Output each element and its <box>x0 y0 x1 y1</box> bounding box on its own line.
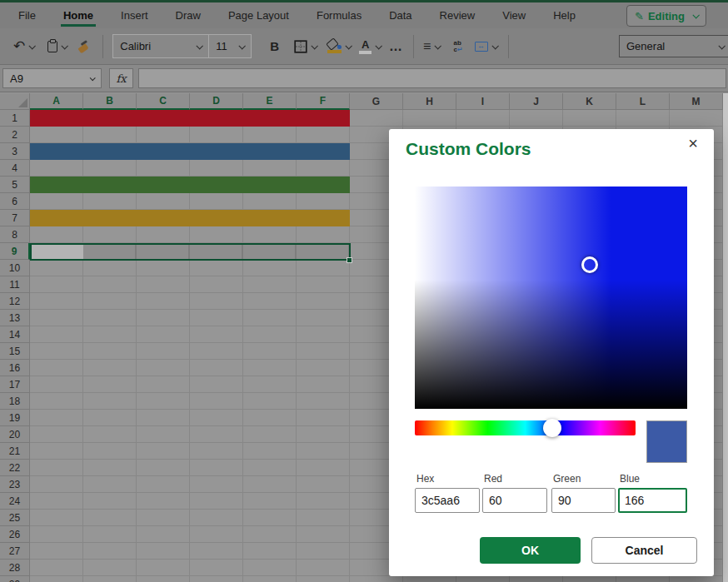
row-header-25[interactable]: 25 <box>0 510 30 526</box>
row-header-27[interactable]: 27 <box>0 543 30 560</box>
chevron-down-icon <box>62 42 68 49</box>
active-cell-a9[interactable] <box>30 243 83 260</box>
tab-draw[interactable]: Draw <box>176 2 201 28</box>
column-header-j[interactable]: J <box>510 93 563 110</box>
bold-button[interactable]: B <box>270 39 279 53</box>
more-options-button[interactable]: … <box>389 39 402 54</box>
column-header-a[interactable]: A <box>30 93 83 110</box>
row-header-13[interactable]: 13 <box>0 310 30 326</box>
column-header-i[interactable]: I <box>456 93 510 110</box>
row-header-9[interactable]: 9 <box>0 243 30 260</box>
row-header-3[interactable]: 3 <box>0 143 30 160</box>
name-box[interactable]: A9 <box>2 68 102 88</box>
row-header-15[interactable]: 15 <box>0 343 30 360</box>
row-header-7[interactable]: 7 <box>0 210 30 226</box>
red-input[interactable] <box>482 488 547 513</box>
chevron-down-icon <box>239 42 246 49</box>
editing-mode-button[interactable]: ✎ Editing <box>626 5 706 27</box>
column-header-m[interactable]: M <box>670 93 723 110</box>
saturation-value-gradient[interactable] <box>415 187 687 409</box>
borders-select[interactable] <box>294 40 317 53</box>
row-header-22[interactable]: 22 <box>0 460 30 476</box>
paste-button[interactable] <box>47 41 67 52</box>
row-header-23[interactable]: 23 <box>0 476 30 493</box>
row-header-19[interactable]: 19 <box>0 410 30 426</box>
row-header-1[interactable]: 1 <box>0 110 30 127</box>
column-header-g[interactable]: G <box>350 93 403 110</box>
row-header-14[interactable]: 14 <box>0 326 30 343</box>
alignment-select[interactable]: ≡ <box>423 40 440 53</box>
format-painter-button[interactable] <box>78 41 90 52</box>
undo-button[interactable]: ↶ <box>13 39 34 53</box>
close-icon[interactable]: × <box>682 132 704 154</box>
row-header-11[interactable]: 11 <box>0 276 30 293</box>
color-picker-ring[interactable] <box>581 256 598 273</box>
row-header-20[interactable]: 20 <box>0 426 30 443</box>
blue-input[interactable] <box>618 488 687 513</box>
hue-slider[interactable] <box>415 420 636 435</box>
row-header-18[interactable]: 18 <box>0 393 30 410</box>
font-name-select[interactable]: Calibri <box>112 34 209 58</box>
ok-button[interactable]: OK <box>480 537 581 564</box>
filled-cells-row-5[interactable] <box>30 177 350 193</box>
tab-file[interactable]: File <box>18 2 36 28</box>
tab-page-layout[interactable]: Page Layout <box>228 2 289 28</box>
font-size-select[interactable]: 11 <box>209 34 252 58</box>
hue-slider-thumb[interactable] <box>543 419 561 437</box>
row-header-26[interactable]: 26 <box>0 526 30 543</box>
row-header-5[interactable]: 5 <box>0 177 30 193</box>
vertical-scrollbar[interactable] <box>723 93 728 582</box>
tab-help[interactable]: Help <box>553 2 576 28</box>
chevron-down-icon <box>90 75 96 81</box>
merge-cells-select[interactable]: ↔ <box>475 42 497 52</box>
hex-input[interactable] <box>415 488 480 513</box>
tab-formulas[interactable]: Formulas <box>317 2 362 28</box>
row-header-4[interactable]: 4 <box>0 160 30 177</box>
column-header-k[interactable]: K <box>563 93 616 110</box>
selected-range-b9-f9[interactable] <box>83 243 350 260</box>
row-header-16[interactable]: 16 <box>0 360 30 376</box>
row-header-29[interactable]: 29 <box>0 576 30 582</box>
cancel-button[interactable]: Cancel <box>591 537 697 564</box>
column-header-e[interactable]: E <box>243 93 297 110</box>
color-preview <box>646 420 687 463</box>
ellipsis-icon: … <box>389 39 402 54</box>
toolbar-divider <box>413 35 414 58</box>
column-header-d[interactable]: D <box>190 93 243 110</box>
green-input[interactable] <box>551 488 616 513</box>
font-color-select[interactable]: A <box>359 39 381 54</box>
tab-insert[interactable]: Insert <box>121 2 148 28</box>
number-format-select[interactable]: General <box>619 35 728 57</box>
row-header-6[interactable]: 6 <box>0 193 30 210</box>
fill-color-select[interactable] <box>327 39 351 53</box>
row-header-21[interactable]: 21 <box>0 443 30 460</box>
tab-review[interactable]: Review <box>440 2 476 28</box>
row-header-12[interactable]: 12 <box>0 293 30 310</box>
formula-input[interactable] <box>138 68 726 88</box>
filled-cells-row-7[interactable] <box>30 210 350 226</box>
selection-fill-handle[interactable] <box>347 257 352 263</box>
row-header-10[interactable]: 10 <box>0 260 30 276</box>
row-header-28[interactable]: 28 <box>0 560 30 576</box>
tab-view[interactable]: View <box>502 2 526 28</box>
select-all-corner[interactable] <box>0 93 30 110</box>
tab-home[interactable]: Home <box>63 2 93 28</box>
row-header-24[interactable]: 24 <box>0 493 30 510</box>
column-header-l[interactable]: L <box>616 93 670 110</box>
row-header-2[interactable]: 2 <box>0 127 30 143</box>
row-header-8[interactable]: 8 <box>0 226 30 243</box>
clipboard-icon <box>47 41 57 52</box>
column-header-c[interactable]: C <box>137 93 190 110</box>
column-header-f[interactable]: F <box>297 93 350 110</box>
row-header-17[interactable]: 17 <box>0 376 30 393</box>
wrap-text-button[interactable]: ab c↵ <box>453 40 462 53</box>
filled-cells-row-3[interactable] <box>30 143 350 160</box>
insert-function-button[interactable]: fx <box>109 68 133 88</box>
chevron-down-icon <box>435 42 441 49</box>
column-header-h[interactable]: H <box>403 93 456 110</box>
row-headers: 1234567891011121314151617181920212223242… <box>0 110 30 582</box>
tab-data[interactable]: Data <box>389 2 411 28</box>
filled-cells-row-1[interactable] <box>30 110 350 127</box>
chevron-down-icon <box>346 42 352 49</box>
column-header-b[interactable]: B <box>83 93 137 110</box>
